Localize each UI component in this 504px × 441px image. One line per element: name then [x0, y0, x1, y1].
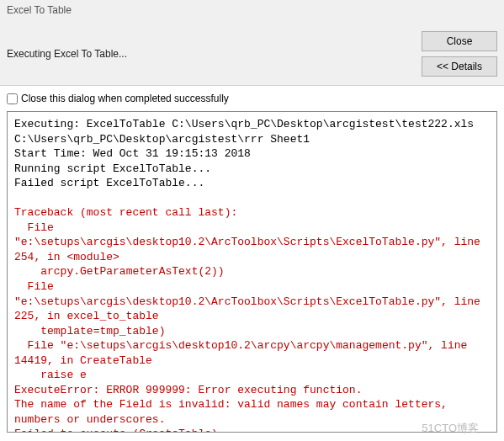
log-line: arcpy.GetParameterAsText(2))	[14, 264, 490, 279]
dialog-header: Excel To Table Executing Excel To Table.…	[0, 0, 504, 86]
log-line	[14, 191, 490, 206]
close-on-complete-checkbox[interactable]	[7, 93, 18, 104]
log-line: Executing: ExcelToTable C:\Users\qrb_PC\…	[14, 117, 490, 146]
status-text: Executing Excel To Table...	[7, 48, 127, 60]
details-button[interactable]: << Details	[422, 56, 497, 77]
log-line: Traceback (most recent call last):	[14, 205, 490, 220]
window-title: Excel To Table	[7, 4, 497, 16]
log-line: Running script ExcelToTable...	[14, 162, 490, 177]
log-line: Start Time: Wed Oct 31 19:15:13 2018	[14, 146, 490, 162]
log-scroll-container[interactable]: Executing: ExcelToTable C:\Users\qrb_PC\…	[7, 111, 497, 433]
close-on-complete-row: Close this dialog when completed success…	[0, 86, 504, 109]
status-row: Executing Excel To Table... Close << Det…	[7, 31, 497, 77]
log-line: template=tmp_table)	[14, 324, 490, 339]
log-line: File "e:\setups\arcgis\desktop10.2\arcpy…	[14, 338, 490, 368]
log-line: Failed script ExcelToTable...	[14, 176, 490, 191]
log-line: File "e:\setups\arcgis\desktop10.2\ArcTo…	[14, 279, 490, 324]
log-line: File "e:\setups\arcgis\desktop10.2\ArcTo…	[14, 220, 490, 265]
button-column: Close << Details	[422, 31, 497, 77]
close-button[interactable]: Close	[422, 31, 497, 51]
close-on-complete-label: Close this dialog when completed success…	[21, 93, 229, 104]
log-line: ExecuteError: ERROR 999999: Error execut…	[14, 383, 490, 398]
log-line: raise e	[14, 368, 490, 383]
log-line: The name of the Field is invalid: valid …	[14, 397, 490, 427]
log-content: Executing: ExcelToTable C:\Users\qrb_PC\…	[8, 112, 496, 433]
log-line: Failed to execute (CreateTable).	[14, 427, 490, 433]
